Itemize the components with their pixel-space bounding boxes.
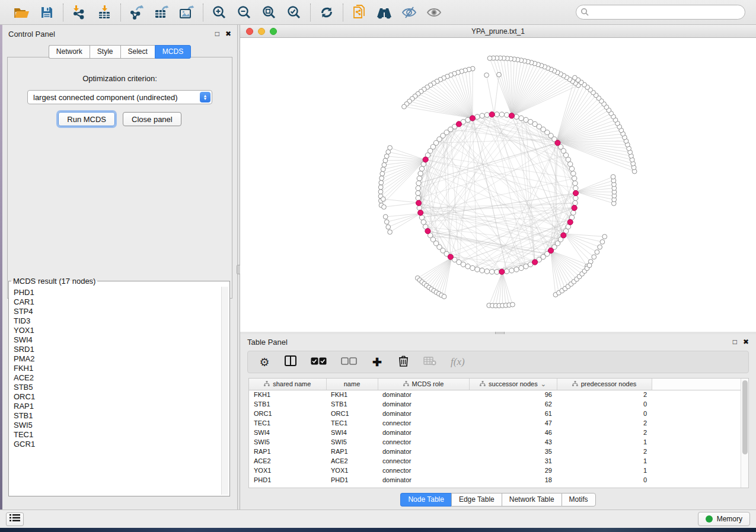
network-node[interactable] — [386, 150, 391, 155]
table-row[interactable]: YOX1YOX1connector291 — [249, 466, 745, 475]
network-node[interactable] — [569, 166, 574, 171]
result-node-item[interactable]: SRD1 — [14, 345, 221, 354]
network-node[interactable] — [573, 200, 578, 205]
table-row[interactable]: SWI5SWI5connector431 — [249, 437, 745, 447]
network-node[interactable] — [456, 121, 461, 127]
export-table-button[interactable] — [154, 4, 170, 21]
result-node-item[interactable]: SWI5 — [14, 421, 221, 430]
network-node[interactable] — [379, 180, 384, 185]
network-node[interactable] — [381, 197, 385, 201]
network-node[interactable] — [417, 206, 422, 210]
network-node[interactable] — [600, 239, 605, 244]
network-node[interactable] — [402, 104, 407, 109]
network-node[interactable] — [418, 171, 423, 176]
network-node[interactable] — [504, 113, 509, 117]
network-node[interactable] — [379, 176, 384, 181]
tab-network-table[interactable]: Network Table — [502, 493, 562, 507]
result-node-item[interactable]: SWI4 — [14, 335, 221, 345]
task-history-button[interactable] — [6, 512, 24, 526]
refresh-layout-button[interactable] — [318, 4, 335, 21]
network-node[interactable] — [524, 264, 528, 268]
save-session-button[interactable] — [39, 4, 55, 21]
network-node[interactable] — [561, 233, 566, 238]
network-window-titlebar[interactable]: YPA_prune.txt_1 — [240, 25, 756, 38]
tab-node-table[interactable]: Node Table — [400, 493, 451, 507]
column-header-MCDS-role[interactable]: MCDS role — [378, 379, 469, 390]
network-node[interactable] — [499, 112, 504, 117]
result-node-item[interactable]: PHD1 — [14, 288, 221, 297]
network-canvas[interactable] — [240, 38, 756, 332]
add-column-button[interactable]: ✚ — [371, 357, 383, 368]
close-panel-button[interactable]: Close panel — [123, 112, 181, 126]
network-node[interactable] — [418, 210, 423, 215]
tab-select[interactable]: Select — [120, 45, 155, 59]
network-node[interactable] — [567, 162, 572, 166]
export-network-button[interactable] — [129, 4, 145, 21]
network-node[interactable] — [417, 176, 422, 181]
table-scrollbar-thumb[interactable] — [742, 380, 748, 454]
network-node[interactable] — [484, 113, 489, 117]
network-node[interactable] — [532, 259, 537, 265]
float-panel-icon[interactable]: □ — [215, 30, 219, 37]
zoom-out-button[interactable] — [236, 4, 253, 21]
zoom-fit-button[interactable] — [261, 4, 277, 21]
result-node-item[interactable]: RAP1 — [14, 402, 221, 411]
network-node[interactable] — [475, 114, 480, 119]
network-node[interactable] — [378, 190, 383, 194]
network-node[interactable] — [416, 200, 421, 206]
network-node[interactable] — [461, 262, 465, 267]
network-node[interactable] — [573, 185, 578, 190]
network-node[interactable] — [475, 267, 480, 272]
zoom-in-button[interactable] — [211, 4, 228, 21]
network-node[interactable] — [480, 113, 484, 118]
result-node-item[interactable]: GCR1 — [14, 440, 221, 449]
network-node[interactable] — [611, 175, 615, 180]
table-settings-button[interactable]: ⚙ — [259, 357, 270, 368]
result-node-item[interactable]: TEC1 — [14, 430, 221, 440]
network-node[interactable] — [571, 171, 576, 176]
column-header-successor-nodes[interactable]: successor nodes⌄ — [469, 379, 557, 390]
network-node[interactable] — [489, 112, 495, 117]
result-node-item[interactable]: PMA2 — [14, 354, 221, 364]
network-node[interactable] — [378, 185, 383, 190]
network-node[interactable] — [423, 157, 428, 162]
result-node-item[interactable]: STB1 — [14, 411, 221, 421]
network-node[interactable] — [573, 181, 578, 185]
network-node[interactable] — [587, 263, 592, 268]
network-node[interactable] — [416, 196, 420, 200]
close-panel-icon[interactable]: ✖ — [743, 338, 749, 345]
network-node[interactable] — [382, 162, 387, 167]
network-node[interactable] — [386, 225, 391, 229]
result-list-scrollbar[interactable] — [221, 287, 228, 495]
network-node[interactable] — [504, 269, 509, 274]
result-node-item[interactable]: FKH1 — [14, 364, 221, 373]
network-node[interactable] — [442, 294, 446, 299]
network-node[interactable] — [384, 154, 389, 159]
network-node[interactable] — [598, 245, 602, 249]
share-document-button[interactable] — [351, 4, 368, 21]
tab-edge-table[interactable]: Edge Table — [451, 493, 502, 507]
network-node[interactable] — [573, 196, 578, 200]
network-node[interactable] — [416, 181, 421, 185]
run-mcds-button[interactable]: Run MCDS — [58, 112, 115, 126]
network-node[interactable] — [465, 264, 470, 268]
column-header-predecessor-nodes[interactable]: predecessor nodes — [557, 379, 652, 390]
split-view-button[interactable] — [285, 355, 296, 368]
tab-motifs[interactable]: Motifs — [562, 493, 596, 507]
import-network-button[interactable] — [71, 4, 88, 21]
table-row[interactable]: SWI4SWI4dominator462 — [249, 428, 745, 437]
table-scrollbar[interactable] — [741, 379, 748, 488]
result-node-item[interactable]: STP4 — [14, 307, 221, 316]
float-panel-icon[interactable]: □ — [733, 338, 737, 345]
column-header-shared-name[interactable]: shared name — [249, 379, 326, 390]
network-node[interactable] — [484, 73, 489, 78]
network-node[interactable] — [421, 220, 426, 225]
network-node[interactable] — [571, 210, 576, 215]
delete-column-button[interactable] — [397, 355, 409, 369]
open-file-button[interactable] — [14, 4, 30, 21]
network-node[interactable] — [573, 190, 578, 196]
table-row[interactable]: ORC1ORC1dominator610 — [249, 409, 745, 418]
network-node[interactable] — [416, 185, 420, 190]
network-node[interactable] — [484, 269, 489, 274]
network-node[interactable] — [528, 119, 532, 124]
